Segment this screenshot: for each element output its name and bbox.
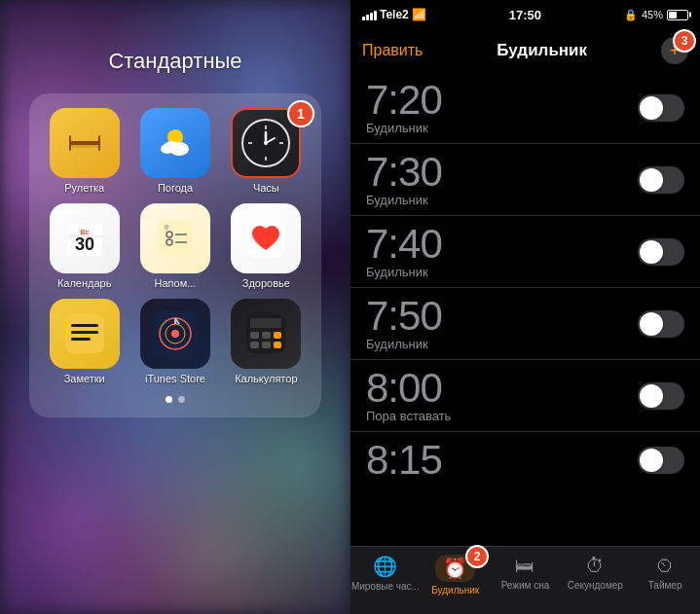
svg-rect-45 <box>250 342 259 348</box>
svg-rect-2 <box>98 135 100 151</box>
alarm-toggle-800[interactable] <box>638 382 684 410</box>
page-title: Будильник <box>497 41 587 60</box>
alarm-time-730: 7:30 <box>366 152 442 193</box>
alarm-time-740: 7:40 <box>366 224 442 265</box>
add-alarm-button[interactable]: + 3 <box>661 37 688 64</box>
svg-rect-43 <box>262 332 271 339</box>
annotation-1: 1 <box>287 100 314 127</box>
svg-rect-33 <box>71 338 91 341</box>
notes-svg <box>61 310 108 357</box>
clock-app-panel: Tele2 📶 17:50 🔒 45% Править Будильник + … <box>350 0 700 614</box>
app-notes[interactable]: Заметки <box>44 299 125 384</box>
app-icon-rulетka <box>50 108 120 178</box>
alarm-label-750: Будильник <box>366 337 442 351</box>
svg-point-16 <box>264 141 268 145</box>
dot-2 <box>178 396 185 403</box>
folder-container: Стандартные Рулетка <box>19 49 331 536</box>
svg-rect-23 <box>158 221 193 256</box>
weather-svg <box>152 120 199 166</box>
lock-icon: 🔒 <box>624 9 638 21</box>
alarm-time-815: 8:15 <box>366 440 442 481</box>
annotation-3: 3 <box>673 29 696 53</box>
svg-rect-47 <box>274 342 281 348</box>
reminders-svg: φ <box>152 215 199 262</box>
alarm-label-720: Будильник <box>366 121 442 135</box>
alarm-item-815[interactable]: 8:15 <box>350 432 700 488</box>
page-dots <box>44 396 307 403</box>
alarm-label-730: Будильник <box>366 193 442 207</box>
tab-timer[interactable]: ⏲ Таймер <box>630 555 700 591</box>
svg-text:30: 30 <box>75 235 94 254</box>
annotation-2: 2 <box>465 545 489 568</box>
alarm-toggle-740[interactable] <box>638 238 684 266</box>
tab-alarm[interactable]: ⏰ 2 Будильник <box>421 555 491 596</box>
signal-bar-3 <box>370 13 373 20</box>
rulетka-svg <box>61 120 108 166</box>
signal-bar-1 <box>362 17 365 20</box>
app-label-itunes: iTunes Store <box>145 373 205 384</box>
folder-box: Рулетка Погода <box>29 93 321 417</box>
app-weather[interactable]: Погода <box>134 108 215 194</box>
sleep-icon: 🛏 <box>515 555 534 577</box>
alarm-item-750[interactable]: 7:50 Будильник <box>350 288 700 360</box>
calc-svg <box>242 310 289 357</box>
app-label-calendar: Календарь <box>57 277 112 289</box>
svg-rect-46 <box>262 342 271 348</box>
clock-svg <box>238 115 294 171</box>
alarm-row-730: 7:30 Будильник <box>366 152 684 207</box>
world-clock-icon: 🌐 <box>373 555 397 578</box>
app-grid: Рулетка Погода <box>44 108 307 384</box>
app-health[interactable]: Здоровье <box>226 203 307 289</box>
alarm-icon: ⏰ <box>443 558 467 579</box>
app-rulетka[interactable]: Рулетка <box>44 108 125 194</box>
app-icon-calendar: Вс 30 <box>50 203 120 273</box>
itunes-svg <box>152 310 199 357</box>
tab-sleep[interactable]: 🛏 Режим сна <box>491 555 561 591</box>
status-right-icons: 🔒 45% <box>624 9 688 21</box>
app-label-calc: Калькулятор <box>235 373 297 384</box>
app-icon-itunes <box>140 299 210 369</box>
alarm-row-750: 7:50 Будильник <box>366 296 684 351</box>
tab-bar: 🌐 Мировые час... ⏰ 2 Будильник 🛏 Режим с… <box>350 546 700 614</box>
svg-rect-1 <box>69 135 71 151</box>
app-icon-notes <box>50 299 120 369</box>
signal-bar-2 <box>366 15 369 20</box>
alarm-row-740: 7:40 Будильник <box>366 224 684 279</box>
svg-rect-42 <box>250 332 259 339</box>
carrier-name: Tele2 <box>380 8 409 21</box>
alarm-toggle-720[interactable] <box>638 94 684 122</box>
alarm-toggle-815[interactable] <box>638 447 684 474</box>
app-icon-calc <box>231 299 301 369</box>
tab-world-clock[interactable]: 🌐 Мировые час... <box>350 555 421 592</box>
app-itunes[interactable]: iTunes Store <box>134 299 215 384</box>
alarm-tab-highlight: ⏰ 2 <box>435 555 475 582</box>
alarm-row-815: 8:15 <box>366 440 684 481</box>
app-calc[interactable]: Калькулятор <box>226 299 307 384</box>
app-calendar[interactable]: Вс 30 Календарь <box>44 203 125 289</box>
alarm-toggle-750[interactable] <box>638 310 684 338</box>
svg-rect-32 <box>71 331 98 334</box>
alarm-item-730[interactable]: 7:30 Будильник <box>350 144 700 216</box>
app-label-rulетka: Рулетка <box>64 182 104 194</box>
alarm-time-750: 7:50 <box>366 296 442 337</box>
alarm-toggle-730[interactable] <box>638 166 684 194</box>
alarm-item-800[interactable]: 8:00 Пора вставать <box>350 360 700 432</box>
tab-label-stopwatch: Секундомер <box>568 580 623 591</box>
alarm-item-720[interactable]: 7:20 Будильник <box>350 72 700 144</box>
calendar-svg: Вс 30 <box>61 215 108 262</box>
wifi-icon: 📶 <box>412 8 426 21</box>
app-reminders[interactable]: φ Напом... <box>134 203 215 289</box>
app-label-health: Здоровье <box>242 277 290 289</box>
folder-title: Стандартные <box>108 49 241 74</box>
edit-button[interactable]: Править <box>362 42 423 59</box>
app-label-reminders: Напом... <box>155 277 197 289</box>
alarm-row-720: 7:20 Будильник <box>366 80 684 135</box>
alarm-item-740[interactable]: 7:40 Будильник <box>350 216 700 288</box>
tab-stopwatch[interactable]: ⏱ Секундомер <box>560 555 630 591</box>
svg-rect-41 <box>250 318 281 328</box>
stopwatch-icon: ⏱ <box>585 555 605 577</box>
app-clock[interactable]: Часы 1 <box>226 108 307 194</box>
svg-rect-0 <box>69 141 100 145</box>
svg-rect-44 <box>274 332 281 339</box>
timer-icon: ⏲ <box>655 555 675 577</box>
